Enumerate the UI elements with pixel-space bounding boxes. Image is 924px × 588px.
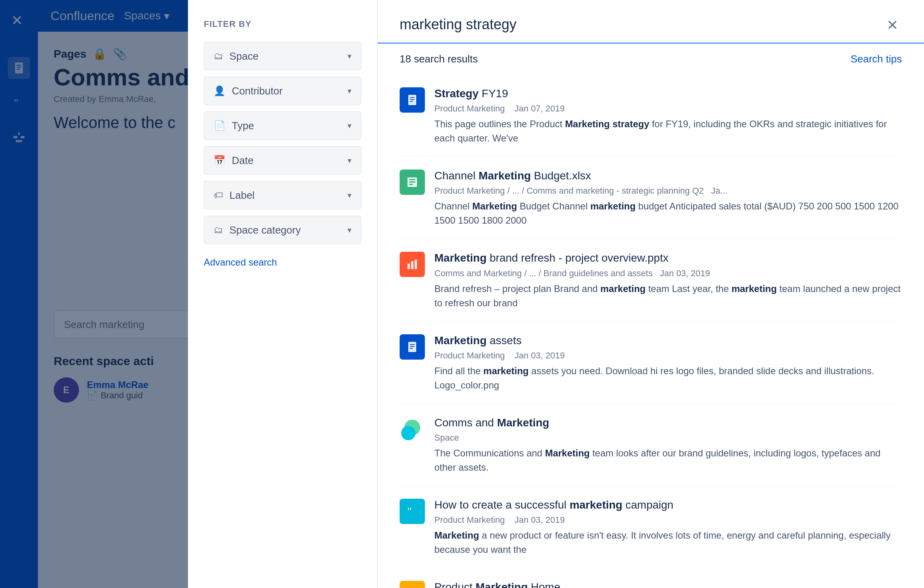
result-title: How to create a successful marketing cam… [434,497,902,513]
filter-type[interactable]: 📄 Type ▾ [204,111,361,140]
result-content: Channel Marketing Budget.xlsx Product Ma… [434,168,902,228]
result-icon-chart [400,252,425,277]
result-icon-space [400,416,425,442]
type-filter-icon: 📄 [214,120,225,131]
result-content: Marketing assets Product Marketing Jan 0… [434,333,902,392]
result-title: Product Marketing Home [434,579,902,588]
result-snippet: Marketing a new product or feature isn't… [434,528,902,557]
search-tips-link[interactable]: Search tips [851,53,902,65]
svg-rect-43 [410,348,413,349]
result-item[interactable]: Marketing brand refresh - project overvi… [400,239,902,321]
results-list: Strategy FY19 Product Marketing Jan 07, … [377,75,924,588]
result-icon-sheet [400,170,425,195]
svg-rect-32 [410,101,413,102]
date-chevron-icon: ▾ [347,156,351,165]
svg-rect-37 [408,264,410,269]
filter-space-category[interactable]: 🗂 Space category ▾ [204,216,361,244]
svg-rect-30 [410,97,415,98]
space-category-chevron-icon: ▾ [347,225,351,235]
search-input-area: ✕ [377,0,924,43]
result-snippet: The Communications and Marketing team lo… [434,446,902,475]
svg-rect-34 [409,179,415,180]
result-meta: Product Marketing Jan 07, 2019 [434,104,902,114]
filter-contributor-label: Contributor [232,85,347,97]
result-title: Strategy FY19 [434,86,902,101]
result-icon-doc [400,87,425,113]
filter-date[interactable]: 📅 Date ▾ [204,146,361,175]
svg-rect-36 [409,184,413,185]
result-snippet: Brand refresh – project plan Brand and m… [434,282,902,310]
date-filter-icon: 📅 [214,155,225,166]
result-meta: Product Marketing Jan 03, 2019 [434,351,902,361]
svg-rect-31 [410,99,415,100]
result-item[interactable]: Product Marketing Home Product Marketing… [400,568,902,588]
space-chevron-icon: ▾ [347,51,351,61]
result-meta: Comms and Marketing / ... / Brand guidel… [434,268,902,279]
result-meta: Product Marketing Jan 03, 2019 [434,515,902,525]
results-count: 18 search results [400,53,478,65]
filter-label-label: Label [229,189,347,202]
result-snippet: Channel Marketing Budget Channel marketi… [434,199,902,228]
space-category-filter-icon: 🗂 [214,224,223,236]
filter-label[interactable]: 🏷 Label ▾ [204,181,361,209]
result-content: Strategy FY19 Product Marketing Jan 07, … [434,86,902,145]
svg-rect-41 [410,344,415,345]
filter-date-label: Date [232,155,347,167]
result-item[interactable]: Comms and Marketing Space The Communicat… [400,404,902,486]
result-item[interactable]: Channel Marketing Budget.xlsx Product Ma… [400,157,902,239]
results-header: 18 search results Search tips [377,43,924,75]
result-title: Marketing assets [434,333,902,348]
label-chevron-icon: ▾ [347,190,351,200]
result-icon-home [400,581,425,588]
result-icon-quote: " [400,499,425,524]
result-item[interactable]: " How to create a successful marketing c… [400,486,902,568]
svg-point-45 [401,426,415,440]
svg-rect-42 [410,346,415,347]
filter-type-label: Type [232,120,347,132]
label-filter-icon: 🏷 [214,190,223,201]
result-content: Comms and Marketing Space The Communicat… [434,415,902,475]
filter-space[interactable]: 🗂 Space ▾ [204,42,361,70]
result-title: Comms and Marketing [434,415,902,430]
type-chevron-icon: ▾ [347,121,351,130]
svg-rect-38 [411,261,413,269]
filter-by-label: FILTER BY [204,19,361,29]
search-input[interactable] [400,16,877,42]
result-snippet: This page outlines the Product Marketing… [434,117,902,145]
result-meta: Product Marketing / ... / Comms and mark… [434,186,902,196]
result-meta: Space [434,433,902,443]
filter-contributor[interactable]: 👤 Contributor ▾ [204,77,361,105]
result-title: Channel Marketing Budget.xlsx [434,168,902,183]
result-item[interactable]: Strategy FY19 Product Marketing Jan 07, … [400,75,902,157]
result-content: Product Marketing Home Product Marketing… [434,579,902,588]
result-content: How to create a successful marketing cam… [434,497,902,557]
search-modal: FILTER BY 🗂 Space ▾ 👤 Contributor ▾ 📄 Ty… [0,0,924,588]
space-filter-icon: 🗂 [214,51,223,62]
result-title: Marketing brand refresh - project overvi… [434,250,902,266]
result-snippet: Find all the marketing assets you need. … [434,364,902,392]
result-item[interactable]: Marketing assets Product Marketing Jan 0… [400,322,902,404]
contributor-chevron-icon: ▾ [347,86,351,96]
svg-rect-39 [415,260,417,269]
result-content: Marketing brand refresh - project overvi… [434,250,902,310]
clear-search-button[interactable]: ✕ [883,16,902,35]
result-icon-doc2 [400,334,425,360]
svg-rect-35 [409,181,415,183]
contributor-filter-icon: 👤 [214,85,225,96]
filter-space-category-label: Space category [229,224,347,236]
svg-text:": " [408,505,411,518]
advanced-search-link[interactable]: Advanced search [204,257,277,268]
results-panel: ✕ 18 search results Search tips [377,0,924,588]
filter-space-label: Space [229,50,347,62]
filter-sidebar: FILTER BY 🗂 Space ▾ 👤 Contributor ▾ 📄 Ty… [188,0,377,588]
